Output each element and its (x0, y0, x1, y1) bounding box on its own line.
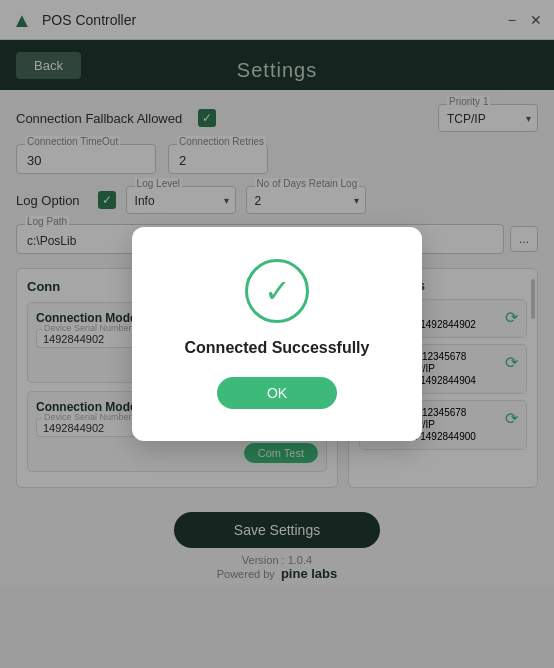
modal-overlay: ✓ Connected Successfully OK (0, 0, 554, 668)
success-modal: ✓ Connected Successfully OK (132, 227, 422, 441)
modal-ok-button[interactable]: OK (217, 377, 337, 409)
success-check-circle: ✓ (245, 259, 309, 323)
check-icon: ✓ (264, 275, 291, 307)
modal-message: Connected Successfully (185, 339, 370, 357)
